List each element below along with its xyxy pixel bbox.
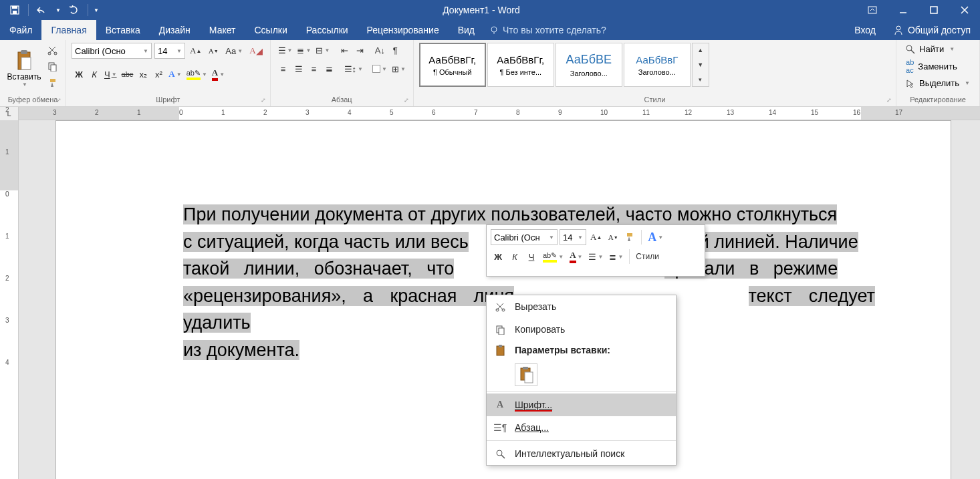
align-left-button[interactable]: ≡ [276, 61, 291, 76]
cm-paste-keep-button[interactable] [515, 363, 537, 386]
svg-rect-11 [21, 57, 31, 69]
tell-me[interactable]: Что вы хотите сделать? [489, 25, 606, 35]
tab-layout[interactable]: Макет [200, 20, 245, 40]
share-button[interactable]: Общий доступ [884, 20, 980, 40]
mt-numbering-button[interactable]: ≣▼ [607, 249, 625, 264]
font-launcher[interactable]: ⤢ [261, 97, 266, 104]
bullets-button[interactable]: ☰▼ [276, 43, 295, 57]
styles-launcher[interactable]: ⤢ [886, 97, 892, 104]
ruler-corner[interactable]: L [0, 107, 19, 120]
styles-up-button[interactable]: ▲ [693, 43, 709, 57]
mt-grow-button[interactable]: A▲ [588, 230, 604, 245]
mt-italic-button[interactable]: К [507, 249, 522, 264]
cm-paragraph[interactable]: ☰¶ Абзац... [487, 416, 676, 439]
change-case-button[interactable]: Aa▼ [223, 43, 245, 58]
minimize-button[interactable] [888, 0, 918, 20]
mt-effects-button[interactable]: A▼ [646, 230, 665, 245]
style-heading2[interactable]: АаБбВвГ Заголово... [624, 43, 691, 87]
tab-references[interactable]: Ссылки [245, 20, 296, 40]
multilevel-button[interactable]: ⊟▼ [314, 43, 332, 57]
shading-button[interactable]: ▼ [370, 61, 389, 76]
save-button[interactable] [5, 2, 24, 18]
font-name-combo[interactable]: Calibri (Осно▼ [72, 43, 152, 59]
styles-more-button[interactable]: ▾ [693, 73, 709, 86]
cm-font[interactable]: A Шрифт... [487, 393, 676, 416]
style-heading1[interactable]: АаБбВE Заголово... [556, 43, 622, 87]
undo-dropdown[interactable]: ▼ [54, 2, 62, 18]
highlight-button[interactable]: ab✎▼ [185, 67, 209, 82]
tab-mailings[interactable]: Рассылки [297, 20, 358, 40]
tab-view[interactable]: Вид [449, 20, 484, 40]
mt-size-combo[interactable]: 14▼ [560, 229, 586, 245]
font-color-button[interactable]: A▼ [210, 67, 227, 82]
signin-button[interactable]: Вход [846, 20, 884, 40]
bold-button[interactable]: Ж [72, 67, 86, 82]
mt-underline-button[interactable]: Ч [524, 249, 539, 264]
cm-paste-options [487, 359, 676, 390]
tab-insert[interactable]: Вставка [96, 20, 150, 40]
cm-copy[interactable]: Копировать [487, 318, 676, 341]
redo-button[interactable] [65, 2, 84, 18]
line-spacing-button[interactable]: ☰↕▼ [342, 61, 365, 76]
strike-button[interactable]: abc [120, 67, 136, 82]
mt-bold-button[interactable]: Ж [491, 249, 505, 264]
tab-design[interactable]: Дизайн [150, 20, 200, 40]
numbering-button[interactable]: ≣▼ [295, 43, 313, 57]
svg-rect-19 [627, 233, 632, 236]
ribbon-display-button[interactable] [857, 0, 888, 20]
mt-fontcolor-button[interactable]: A▼ [568, 249, 584, 264]
svg-rect-1 [12, 6, 17, 9]
tab-review[interactable]: Рецензирование [358, 20, 449, 40]
styles-gallery[interactable]: АаБбВвГг, ¶ Обычный АаБбВвГг, ¶ Без инте… [419, 43, 709, 87]
maximize-button[interactable] [918, 0, 949, 20]
mt-styles-button[interactable]: Стили [634, 249, 661, 264]
mt-font-combo[interactable]: Calibri (Осн▼ [491, 229, 558, 245]
mt-highlight-button[interactable]: ab✎▼ [541, 249, 566, 264]
svg-rect-24 [497, 346, 504, 355]
mt-bullets-button[interactable]: ☰▼ [586, 249, 605, 264]
tab-home[interactable]: Главная [41, 20, 96, 40]
cm-smart-lookup[interactable]: Интеллектуальный поиск [487, 442, 676, 465]
copy-button[interactable] [44, 59, 60, 73]
justify-button[interactable]: ≣ [322, 61, 337, 76]
superscript-button[interactable]: x² [151, 67, 166, 82]
find-button[interactable]: Найти▼ [902, 43, 974, 55]
style-nospacing[interactable]: АаБбВвГг, ¶ Без инте... [487, 43, 554, 87]
styles-down-button[interactable]: ▼ [693, 58, 709, 71]
close-button[interactable] [949, 0, 980, 20]
grow-font-button[interactable]: A▲ [188, 43, 203, 58]
align-center-button[interactable]: ☰ [291, 61, 306, 76]
svg-point-17 [906, 45, 912, 51]
paste-button[interactable]: Вставить ▼ [5, 43, 43, 94]
cut-button[interactable] [44, 43, 60, 57]
decrease-indent-button[interactable]: ⇤ [337, 43, 352, 57]
subscript-button[interactable]: x₂ [136, 67, 150, 82]
share-label: Общий доступ [908, 25, 971, 35]
replace-button[interactable]: abac Заменить [902, 57, 974, 75]
shrink-font-button[interactable]: A▼ [206, 43, 221, 58]
cm-cut[interactable]: Вырезать [487, 295, 676, 318]
show-marks-button[interactable]: ¶ [388, 43, 402, 57]
qat-customize[interactable]: ▼ [92, 2, 100, 18]
increase-indent-button[interactable]: ⇥ [352, 43, 367, 57]
undo-button[interactable] [33, 2, 51, 18]
font-size-combo[interactable]: 14▼ [154, 43, 185, 59]
tab-file[interactable]: Файл [0, 20, 41, 40]
clipboard-launcher[interactable]: ⤢ [56, 97, 62, 104]
text-effects-button[interactable]: A▼ [166, 67, 183, 82]
select-button[interactable]: Выделить▼ [902, 77, 974, 90]
format-painter-button[interactable] [44, 75, 60, 90]
tell-me-label: Что вы хотите сделать? [503, 25, 606, 35]
vertical-ruler[interactable]: 2101234 [0, 120, 19, 479]
mt-shrink-button[interactable]: A▼ [606, 230, 620, 245]
style-normal[interactable]: АаБбВвГг, ¶ Обычный [419, 43, 486, 87]
paragraph-launcher[interactable]: ⤢ [404, 97, 409, 104]
align-right-button[interactable]: ≡ [307, 61, 322, 76]
sort-button[interactable]: A↓ [372, 43, 387, 57]
horizontal-ruler[interactable]: 32101234567891011121314151617 [19, 107, 980, 120]
clear-format-button[interactable]: A◢ [247, 43, 264, 58]
mt-painter-button[interactable] [622, 230, 637, 245]
borders-button[interactable]: ⊞▼ [390, 61, 408, 76]
italic-button[interactable]: К [87, 67, 102, 82]
underline-button[interactable]: Ч▼ [102, 67, 119, 82]
